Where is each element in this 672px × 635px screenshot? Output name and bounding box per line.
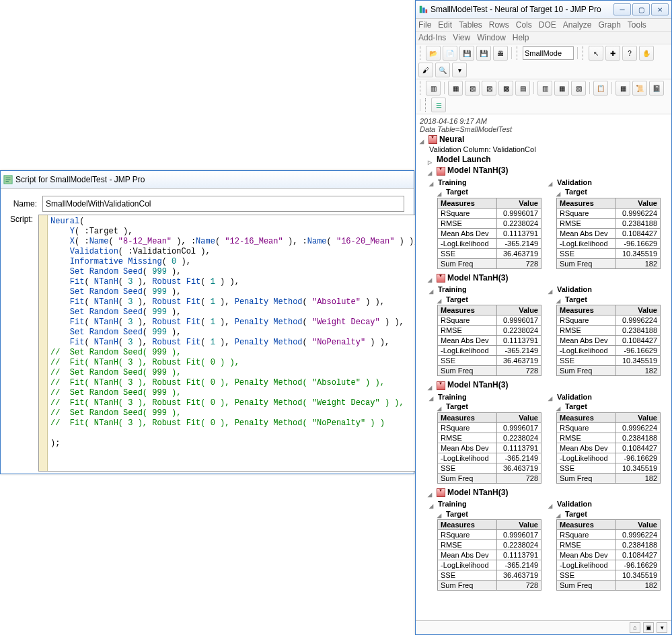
disclosure-icon[interactable] [548,287,556,294]
disclosure-icon[interactable] [437,404,445,411]
disclosure-icon[interactable] [420,136,427,143]
zoom-icon[interactable]: 🔍 [435,63,450,77]
script-editor[interactable]: Neural( Y( :Target ), X( :Name( "8-12_Me… [48,215,418,471]
green-icon[interactable]: ☰ [431,98,446,112]
disclosure-icon[interactable] [556,189,564,196]
oneway-icon[interactable]: ▨ [482,81,496,96]
minimize-button[interactable]: ─ [613,3,631,15]
menu-help[interactable]: Help [513,33,529,42]
bot-dropdown-icon[interactable]: ▾ [657,622,667,633]
menu-view[interactable]: View [453,33,470,42]
dist-icon[interactable]: ▦ [448,81,463,96]
disclosure-icon[interactable] [548,501,556,509]
menu-file[interactable]: File [418,20,431,30]
validation-header[interactable]: Validation [548,393,667,402]
menu-edit[interactable]: Edit [438,20,452,30]
target-header[interactable]: Target [437,295,548,304]
graph1-icon[interactable]: ▥ [537,81,552,96]
menu-tools[interactable]: Tools [628,20,646,30]
target-header[interactable]: Target [556,188,667,196]
training-header[interactable]: Training [429,285,548,294]
training-header[interactable]: Training [429,393,548,402]
disclosure-icon[interactable] [428,489,435,496]
script-icon[interactable]: 📜 [632,81,647,96]
new-icon[interactable]: 📄 [443,46,457,61]
target-header[interactable]: Target [437,402,548,411]
toolbar-grip-icon[interactable] [517,46,519,60]
open-icon[interactable]: 📂 [426,46,441,61]
menu-window[interactable]: Window [477,33,506,42]
disclosure-icon[interactable] [428,382,435,389]
cross-icon[interactable]: ✚ [605,46,620,61]
toolbar-grip-icon[interactable] [420,81,422,95]
graph3-icon[interactable]: ▧ [571,81,586,96]
menu-rows[interactable]: Rows [489,20,509,30]
model-icon[interactable]: ▩ [498,81,513,96]
validation-header[interactable]: Validation [548,500,667,509]
target-header[interactable]: Target [437,510,548,519]
validation-header[interactable]: Validation [548,285,667,294]
red-triangle-icon[interactable] [437,274,445,283]
target-header[interactable]: Target [556,402,667,411]
name-input[interactable] [42,196,404,212]
home-icon[interactable]: ⌂ [630,622,640,633]
menu-cols[interactable]: Cols [516,20,532,30]
close-button[interactable]: ✕ [651,3,669,15]
help-icon[interactable]: ? [622,46,637,61]
disclosure-icon[interactable] [429,179,437,186]
target-header[interactable]: Target [556,510,667,519]
disclosure-icon[interactable] [548,394,556,401]
print-icon[interactable]: 🖶 [493,46,508,61]
disclosure-icon[interactable] [429,394,437,401]
menu-doe[interactable]: DOE [539,20,556,30]
disclosure-icon[interactable] [556,404,564,411]
training-header[interactable]: Training [429,500,548,509]
bar-chart-icon[interactable]: ▥ [426,81,441,96]
disclosure-icon[interactable] [437,511,445,518]
menu-addins[interactable]: Add-Ins [418,33,446,42]
red-triangle-icon[interactable] [437,167,445,176]
disclosure-icon[interactable] [429,501,437,509]
copy-icon[interactable]: 📋 [593,81,608,96]
disclosure-icon[interactable] [556,296,564,303]
red-triangle-icon[interactable] [437,488,445,497]
save-icon[interactable]: 💾 [459,46,474,61]
model-header[interactable]: Model NTanH(3) [428,488,667,497]
disclosure-icon[interactable] [428,167,435,175]
red-triangle-icon[interactable] [437,381,445,390]
arrow-icon[interactable]: ↖ [589,46,603,61]
table-icon[interactable]: ▦ [615,81,630,96]
tab-input[interactable] [523,46,574,60]
disclosure-icon[interactable] [548,179,556,186]
model-header[interactable]: Model NTanH(3) [428,165,667,175]
toolbar-grip-icon[interactable] [425,98,428,112]
neural-header[interactable]: Neural [420,135,667,144]
target-header[interactable]: Target [437,188,548,196]
fit-icon[interactable]: ▧ [465,81,480,96]
disclosure-icon[interactable] [428,274,435,282]
menu-analyze[interactable]: Analyze [563,20,592,30]
disclosure-icon[interactable] [437,189,445,196]
brush-icon[interactable]: 🖌 [418,63,433,77]
maximize-button[interactable]: ▢ [632,3,650,15]
dropdown-icon[interactable]: ▾ [452,63,467,77]
journal-icon[interactable]: 📓 [649,81,664,96]
graph2-icon[interactable]: ▦ [554,81,569,96]
disclosure-icon[interactable] [437,296,445,303]
mv-icon[interactable]: ▤ [515,81,530,96]
validation-header[interactable]: Validation [548,178,667,187]
disclosure-icon[interactable] [428,157,435,164]
model-launch-header[interactable]: Model Launch [428,155,667,164]
target-header[interactable]: Target [556,295,667,304]
model-header[interactable]: Model NTanH(3) [428,273,667,283]
menu-tables[interactable]: Tables [459,20,482,30]
menu-graph[interactable]: Graph [598,20,620,30]
report-titlebar[interactable]: SmallModelTest - Neural of Target 10 - J… [416,1,671,19]
hand-icon[interactable]: ✋ [639,46,654,61]
saveas-icon[interactable]: 💾 [476,46,491,61]
training-header[interactable]: Training [429,178,548,187]
toolbar-grip-icon[interactable] [583,46,585,60]
model-header[interactable]: Model NTanH(3) [428,380,667,389]
script-window-titlebar[interactable]: Script for SmallModelTest - JMP Pro [1,171,414,189]
disclosure-icon[interactable] [556,511,564,518]
